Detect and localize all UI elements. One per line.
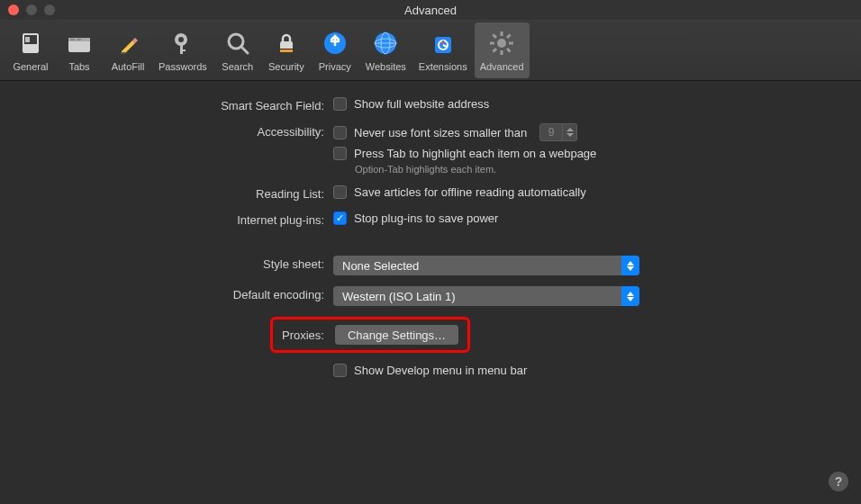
toolbar-label-extensions: Extensions: [419, 61, 467, 72]
svg-point-9: [178, 37, 184, 42]
font-size-stepper[interactable]: [563, 123, 577, 141]
svg-line-13: [241, 47, 248, 53]
toolbar-label-search: Search: [222, 61, 253, 72]
smart-search-label: Smart Search Field:: [27, 97, 333, 112]
minimize-window-button[interactable]: [26, 4, 37, 15]
svg-rect-6: [77, 39, 81, 40]
show-full-url-checkbox[interactable]: [333, 97, 347, 111]
window-title: Advanced: [0, 4, 861, 17]
show-full-url-label: Show full website address: [354, 97, 489, 111]
toolbar-label-security: Security: [268, 61, 304, 72]
toolbar-label-autofill: AutoFill: [112, 61, 145, 72]
default-encoding-select[interactable]: Western (ISO Latin 1): [333, 286, 639, 306]
svg-rect-2: [25, 37, 30, 42]
change-settings-button[interactable]: Change Settings…: [335, 325, 458, 345]
general-icon: [16, 29, 45, 58]
proxies-label: Proxies:: [282, 328, 335, 342]
accessibility-label: Accessibility:: [27, 123, 333, 139]
help-button[interactable]: ?: [829, 472, 848, 491]
internet-plugins-label: Internet plug-ins:: [27, 212, 333, 227]
toolbar-item-autofill[interactable]: AutoFill: [104, 22, 151, 78]
style-sheet-label: Style sheet:: [27, 256, 333, 271]
toolbar-item-privacy[interactable]: Privacy: [312, 22, 358, 78]
proxies-highlight: Proxies: Change Settings…: [270, 317, 470, 353]
press-tab-help: Option-Tab highlights each item.: [333, 164, 596, 175]
svg-rect-11: [180, 50, 186, 51]
stop-plugins-checkbox[interactable]: [333, 212, 347, 225]
reading-list-checkbox[interactable]: [333, 185, 347, 199]
passwords-icon: [168, 29, 197, 58]
tabs-icon: [65, 29, 94, 58]
websites-icon: [371, 29, 400, 58]
svg-point-26: [497, 39, 506, 48]
zoom-window-button[interactable]: [44, 4, 55, 15]
default-encoding-value: Western (ISO Latin 1): [342, 290, 455, 303]
svg-line-31: [494, 34, 497, 38]
search-icon: [223, 29, 252, 58]
svg-line-33: [494, 49, 497, 52]
autofill-icon: [113, 29, 142, 58]
never-font-smaller-checkbox[interactable]: [333, 126, 347, 140]
change-settings-label: Change Settings…: [348, 328, 446, 342]
font-size-value[interactable]: 9: [539, 123, 563, 141]
svg-rect-16: [280, 49, 293, 50]
svg-rect-7: [121, 52, 125, 54]
svg-line-32: [507, 49, 511, 52]
close-window-button[interactable]: [8, 4, 19, 15]
toolbar-item-search[interactable]: Search: [214, 22, 261, 78]
toolbar-item-tabs[interactable]: Tabs: [56, 22, 103, 78]
style-sheet-value: None Selected: [342, 259, 419, 273]
toolbar-item-passwords[interactable]: Passwords: [153, 22, 213, 78]
window-titlebar: Advanced: [0, 0, 861, 20]
press-tab-checkbox[interactable]: [333, 147, 347, 160]
style-sheet-select[interactable]: None Selected: [333, 256, 639, 275]
toolbar-label-privacy: Privacy: [319, 61, 351, 72]
advanced-form: Smart Search Field: Show full website ad…: [0, 81, 861, 404]
toolbar-label-general: General: [13, 61, 48, 72]
press-tab-label: Press Tab to highlight each item on a we…: [354, 147, 596, 160]
show-develop-label: Show Develop menu in menu bar: [354, 364, 527, 377]
help-icon: ?: [835, 474, 843, 489]
default-encoding-label: Default encoding:: [27, 286, 333, 302]
preferences-toolbar: General Tabs AutoFill Passwords Search S…: [0, 20, 861, 81]
privacy-icon: [321, 29, 349, 58]
toolbar-item-security[interactable]: Security: [263, 22, 310, 78]
reading-list-label: Reading List:: [27, 185, 333, 201]
advanced-icon: [487, 29, 516, 58]
svg-rect-10: [180, 44, 183, 54]
select-arrows-icon: [621, 286, 639, 306]
toolbar-item-general[interactable]: General: [7, 22, 54, 78]
toolbar-item-extensions[interactable]: Extensions: [413, 22, 473, 78]
svg-line-34: [507, 34, 511, 38]
toolbar-item-advanced[interactable]: Advanced: [475, 22, 530, 78]
toolbar-label-websites: Websites: [366, 61, 406, 72]
select-arrows-icon: [621, 256, 639, 275]
toolbar-label-passwords: Passwords: [159, 61, 207, 72]
show-develop-checkbox[interactable]: [333, 364, 347, 377]
never-font-smaller-label: Never use font sizes smaller than: [354, 126, 527, 140]
toolbar-item-websites[interactable]: Websites: [360, 22, 412, 78]
toolbar-label-advanced: Advanced: [480, 61, 524, 72]
toolbar-label-tabs: Tabs: [68, 61, 89, 72]
extensions-icon: [429, 29, 458, 58]
security-icon: [272, 29, 301, 58]
reading-list-option-label: Save articles for offline reading automa…: [354, 185, 586, 199]
stop-plugins-label: Stop plug-ins to save power: [354, 212, 498, 225]
svg-rect-5: [70, 39, 75, 40]
